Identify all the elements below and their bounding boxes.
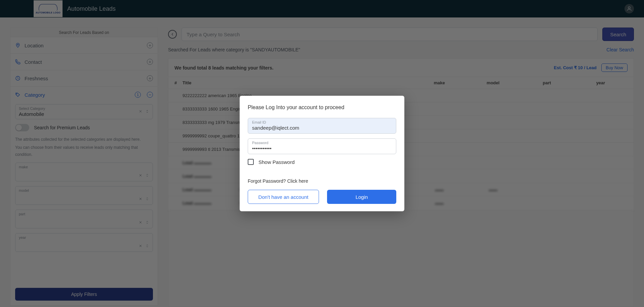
login-modal: Please Log Into your account to proceed … <box>240 96 404 211</box>
password-field[interactable] <box>252 145 392 151</box>
password-field-wrap[interactable]: Password <box>248 138 396 154</box>
email-label: Email ID <box>252 120 392 124</box>
login-button[interactable]: Login <box>327 190 396 204</box>
modal-title: Please Log Into your account to proceed <box>248 104 396 111</box>
forgot-password-link[interactable]: Forgot Password? Click here <box>248 178 396 184</box>
password-label: Password <box>252 141 392 145</box>
email-field-wrap[interactable]: Email ID <box>248 118 396 134</box>
email-field[interactable] <box>252 125 392 131</box>
no-account-button[interactable]: Don't have an account <box>248 190 319 204</box>
show-password-label: Show Password <box>258 159 295 165</box>
modal-overlay: Please Log Into your account to proceed … <box>0 0 644 307</box>
show-password-checkbox[interactable] <box>248 159 254 165</box>
